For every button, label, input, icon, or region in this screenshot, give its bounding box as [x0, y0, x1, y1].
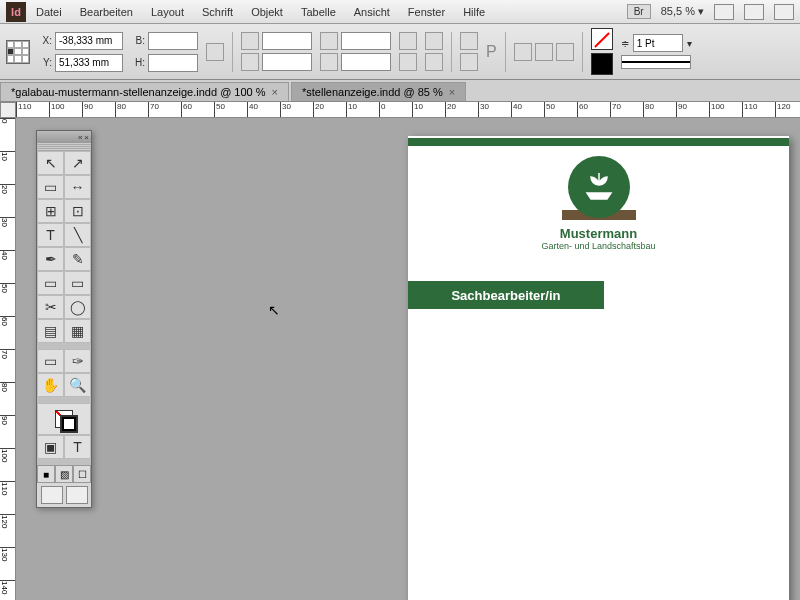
doc-tab-2[interactable]: *stellenanzeige.indd @ 85 %×	[291, 82, 466, 101]
h-label: H:	[131, 57, 145, 68]
select-content-icon[interactable]	[460, 53, 478, 71]
menu-tabelle[interactable]: Tabelle	[301, 6, 336, 18]
control-bar: X: Y: B: H: P ≑▾	[0, 24, 800, 80]
select-container-icon[interactable]	[460, 32, 478, 50]
page-tool[interactable]: ▭	[37, 175, 64, 199]
document-page[interactable]: Mustermann Garten- und Landschaftsbau Sa…	[408, 136, 789, 600]
tools-panel: «× ↖ ↗ ▭ ↔ ⊞ ⊡ T ╲ ✒ ✎ ▭ ▭ ✂ ◯ ▤ ▦ ▭ ✑ ✋…	[36, 130, 92, 508]
y-label: Y:	[38, 57, 52, 68]
menu-bearbeiten[interactable]: Bearbeiten	[80, 6, 133, 18]
flip-h-icon[interactable]	[425, 32, 443, 50]
rotate-icon[interactable]	[320, 32, 338, 50]
company-name: Mustermann	[408, 226, 789, 241]
rotate-input[interactable]	[341, 32, 391, 50]
menu-fenster[interactable]: Fenster	[408, 6, 445, 18]
free-transform-tool[interactable]: ◯	[64, 295, 91, 319]
note-tool[interactable]: ▭	[37, 349, 64, 373]
rotate-cw-icon[interactable]	[399, 32, 417, 50]
shear-input[interactable]	[341, 53, 391, 71]
pen-tool[interactable]: ✒	[37, 247, 64, 271]
format-text-icon[interactable]: T	[64, 435, 91, 459]
close-icon[interactable]: ×	[84, 133, 89, 142]
hand-tool[interactable]: ✋	[37, 373, 64, 397]
pathfinder-3-icon[interactable]	[556, 43, 574, 61]
gap-tool[interactable]: ↔	[64, 175, 91, 199]
rectangle-frame-tool[interactable]: ▭	[37, 271, 64, 295]
collapse-icon[interactable]: «	[78, 133, 82, 142]
zoom-tool[interactable]: 🔍	[64, 373, 91, 397]
x-label: X:	[38, 35, 52, 46]
rectangle-tool[interactable]: ▭	[64, 271, 91, 295]
scale-y-icon[interactable]	[241, 53, 259, 71]
format-container-icon[interactable]: ▣	[37, 435, 64, 459]
selection-tool[interactable]: ↖	[37, 151, 64, 175]
page-top-bar	[408, 138, 789, 146]
fill-none-indicator[interactable]	[591, 28, 613, 50]
menu-ansicht[interactable]: Ansicht	[354, 6, 390, 18]
panel-grip[interactable]	[37, 143, 91, 151]
apply-gradient-icon[interactable]: ▨	[55, 465, 73, 483]
x-input[interactable]	[55, 32, 123, 50]
app-logo: Id	[6, 2, 26, 22]
scale-x-input[interactable]	[262, 32, 312, 50]
menu-datei[interactable]: Datei	[36, 6, 62, 18]
reference-point-grid[interactable]	[6, 40, 30, 64]
pencil-tool[interactable]: ✎	[64, 247, 91, 271]
preview-view-icon[interactable]	[66, 486, 88, 504]
flip-v-icon[interactable]	[425, 53, 443, 71]
stroke-weight-input[interactable]	[633, 34, 683, 52]
close-icon[interactable]: ×	[272, 86, 278, 98]
doc-tab-1[interactable]: *galabau-mustermann-stellenanzeige.indd …	[0, 82, 289, 101]
pathfinder-2-icon[interactable]	[535, 43, 553, 61]
menu-layout[interactable]: Layout	[151, 6, 184, 18]
type-tool[interactable]: T	[37, 223, 64, 247]
rotate-ccw-icon[interactable]	[399, 53, 417, 71]
menu-objekt[interactable]: Objekt	[251, 6, 283, 18]
eyedropper-tool[interactable]: ✑	[64, 349, 91, 373]
bridge-button[interactable]: Br	[627, 4, 651, 19]
gradient-swatch-tool[interactable]: ▤	[37, 319, 64, 343]
stroke-style-dropdown[interactable]	[621, 55, 691, 69]
scale-x-icon[interactable]	[241, 32, 259, 50]
menu-bar: Id Datei Bearbeiten Layout Schrift Objek…	[0, 0, 800, 24]
paragraph-icon[interactable]: P	[486, 43, 497, 61]
y-input[interactable]	[55, 54, 123, 72]
arrange-icon[interactable]	[774, 4, 794, 20]
content-placer-tool[interactable]: ⊡	[64, 199, 91, 223]
scale-y-input[interactable]	[262, 53, 312, 71]
w-input[interactable]	[148, 32, 198, 50]
job-title-bar: Sachbearbeiter/in	[408, 281, 604, 309]
view-options-icon[interactable]	[714, 4, 734, 20]
company-logo-icon	[568, 156, 630, 218]
menu-hilfe[interactable]: Hilfe	[463, 6, 485, 18]
horizontal-ruler[interactable]: 1101009080706050403020100102030405060708…	[16, 102, 800, 118]
normal-view-icon[interactable]	[41, 486, 63, 504]
vertical-ruler[interactable]: 0102030405060708090100110120130140	[0, 118, 16, 600]
canvas-area[interactable]: Mustermann Garten- und Landschaftsbau Sa…	[16, 118, 800, 600]
zoom-dropdown[interactable]: 85,5 % ▾	[661, 5, 704, 18]
screen-mode-icon[interactable]	[744, 4, 764, 20]
line-tool[interactable]: ╲	[64, 223, 91, 247]
ruler-origin[interactable]	[0, 102, 16, 118]
menu-schrift[interactable]: Schrift	[202, 6, 233, 18]
h-input[interactable]	[148, 54, 198, 72]
close-icon[interactable]: ×	[449, 86, 455, 98]
apply-color-icon[interactable]: ■	[37, 465, 55, 483]
scissors-tool[interactable]: ✂	[37, 295, 64, 319]
direct-selection-tool[interactable]: ↗	[64, 151, 91, 175]
gradient-feather-tool[interactable]: ▦	[64, 319, 91, 343]
stroke-indicator[interactable]	[591, 53, 613, 75]
fill-stroke-swatch[interactable]	[37, 403, 91, 435]
apply-none-icon[interactable]: ☐	[73, 465, 91, 483]
pathfinder-1-icon[interactable]	[514, 43, 532, 61]
w-label: B:	[131, 35, 145, 46]
content-collector-tool[interactable]: ⊞	[37, 199, 64, 223]
company-subtitle: Garten- und Landschaftsbau	[408, 241, 789, 251]
shear-icon[interactable]	[320, 53, 338, 71]
constrain-icon[interactable]	[206, 43, 224, 61]
document-tabs: *galabau-mustermann-stellenanzeige.indd …	[0, 80, 800, 102]
